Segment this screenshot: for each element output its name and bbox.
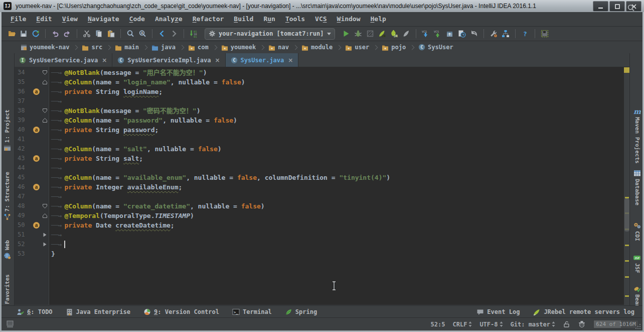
tool-window-button-6-todo[interactable]: 6: TODO (17, 308, 53, 315)
editor-tab-SysUserService.java[interactable]: ISysUserService.java× (14, 53, 112, 67)
editor-tab-SysUserServiceImpl.java[interactable]: CSysUserServiceImpl.java× (112, 53, 225, 67)
close-icon[interactable]: × (215, 57, 220, 64)
tool-window-button-database[interactable]: Database (630, 170, 644, 205)
breadcrumb-item-module[interactable]: module (300, 44, 334, 51)
code-line-45[interactable]: 45──→@Column(name = "available_enum", nu… (14, 173, 624, 182)
tool-window-button-2-favorites[interactable]: 2: Favorites (0, 274, 14, 305)
jrebel-debug-icon[interactable]: JR (388, 28, 400, 40)
breadcrumb-item-com[interactable]: com (187, 44, 210, 51)
breadcrumb-item-src[interactable]: src (81, 44, 103, 51)
readonly-lock-icon[interactable] (563, 320, 570, 328)
code-line-50[interactable]: 50a──→private Date createDatetime; (14, 220, 624, 230)
find-icon[interactable] (124, 28, 136, 40)
forward-icon[interactable] (168, 28, 180, 40)
rollback-icon[interactable] (468, 28, 480, 40)
jrebel-config-icon[interactable] (539, 28, 551, 40)
project-structure-icon[interactable] (500, 28, 512, 40)
fold-marker-slot[interactable] (41, 79, 49, 85)
menu-file[interactable]: File (6, 12, 31, 26)
back-icon[interactable] (156, 28, 168, 40)
warning-stripe-mark[interactable] (625, 295, 629, 297)
copy-icon[interactable] (93, 28, 105, 40)
code-line-40[interactable]: 40a──→private String password; (14, 125, 624, 135)
cut-icon[interactable] (81, 28, 93, 40)
settings-icon[interactable] (488, 28, 500, 40)
tool-window-button-maven-projects[interactable]: mMaven Projects (630, 107, 644, 164)
breadcrumb-item-user[interactable]: user (344, 44, 370, 51)
code-line-53[interactable]: 53} (14, 249, 624, 259)
run-icon[interactable] (340, 28, 352, 40)
history-icon[interactable] (456, 28, 468, 40)
tool-window-button-7-structure[interactable]: 7: Structure (0, 172, 14, 220)
code-line-52[interactable]: 52──→ (14, 240, 624, 249)
fold-marker-slot[interactable] (41, 242, 49, 247)
breadcrumb-item-java[interactable]: java (150, 44, 177, 51)
save-all-icon[interactable] (18, 28, 30, 40)
breadcrumb-item-nav[interactable]: nav (267, 44, 290, 51)
attribute-gutter-icon[interactable]: a (33, 155, 40, 162)
menu-view[interactable]: View (57, 12, 83, 26)
encoding-selector[interactable]: UTF-8 (479, 321, 503, 328)
fold-marker-slot[interactable] (41, 118, 49, 123)
code-line-39[interactable]: 39──→@Column(name = "password", nullable… (14, 116, 624, 125)
code-line-47[interactable]: 47──→ (14, 192, 624, 201)
breadcrumb-item-sysuser[interactable]: CSysUser (417, 44, 454, 51)
fold-marker-slot[interactable] (41, 108, 49, 114)
tool-window-button-cdi[interactable]: CDI (630, 222, 644, 241)
fold-marker-slot[interactable] (41, 203, 49, 209)
code-line-44[interactable]: 44──→ (14, 163, 624, 173)
debug-icon[interactable] (352, 28, 364, 40)
close-icon[interactable]: × (288, 57, 293, 64)
vcs-branch-selector[interactable]: Git: master (511, 321, 555, 328)
tool-window-button-9-version-control[interactable]: 9: Version Control (143, 308, 219, 315)
tool-window-button-event-log[interactable]: Event Log (476, 308, 520, 316)
code-line-35[interactable]: 35──→@Column(name = "login_name", nullab… (14, 77, 624, 87)
menu-navigate[interactable]: Navigate (83, 12, 124, 26)
menu-help[interactable]: Help (366, 12, 391, 26)
tool-window-button-terminal[interactable]: >_Terminal (232, 308, 272, 315)
coverage-icon[interactable] (364, 28, 376, 40)
code-editor[interactable]: 34──→@NotBlank(message = "用户名不能为空！")35──… (14, 67, 624, 305)
replace-icon[interactable]: A (136, 28, 148, 40)
help-icon[interactable]: ? (519, 28, 531, 40)
paste-icon[interactable] (105, 28, 117, 40)
warning-stripe-mark[interactable] (625, 260, 629, 262)
code-line-37[interactable]: 37──→ (14, 96, 624, 106)
code-line-48[interactable]: 48──→@Column(name = "create_datetime", n… (14, 201, 624, 211)
code-line-43[interactable]: 43a──→private String salt; (14, 154, 624, 163)
breadcrumb-item-main[interactable]: main (114, 44, 140, 51)
menu-vcs[interactable]: VCS (310, 12, 332, 26)
resize-grip[interactable] (635, 323, 641, 329)
hector-inspections-icon[interactable] (578, 320, 586, 328)
line-ending-selector[interactable]: CRLF (452, 321, 472, 328)
breadcrumb-item-youmeek[interactable]: youmeek (220, 44, 257, 51)
code-line-36[interactable]: 36a──→private String loginName; (14, 87, 624, 96)
vcs-commit-icon[interactable]: VCS (432, 28, 444, 40)
search-everywhere-icon[interactable] (625, 2, 637, 14)
menu-window[interactable]: Window (332, 12, 366, 26)
deploy-icon[interactable] (400, 28, 412, 40)
warning-stripe-mark[interactable] (625, 245, 629, 246)
shelve-icon[interactable] (444, 28, 456, 40)
close-icon[interactable]: × (102, 57, 107, 64)
menu-build[interactable]: Build (229, 12, 258, 26)
editor-tab-SysUser.java[interactable]: CSysUser.java× (226, 53, 299, 67)
attribute-gutter-icon[interactable]: a (33, 88, 40, 95)
code-line-51[interactable]: 51──→ (14, 230, 624, 240)
synchronize-icon[interactable] (30, 28, 42, 40)
inspection-status-indicator[interactable] (624, 67, 629, 73)
redo-icon[interactable] (61, 28, 73, 40)
fold-marker-slot[interactable] (41, 213, 49, 218)
code-line-46[interactable]: 46a──→private Integer availableEnum; (14, 182, 624, 192)
attribute-gutter-icon[interactable]: a (33, 127, 40, 133)
tool-window-button-spring[interactable]: Spring (285, 308, 317, 315)
tool-window-button-java-enterprise[interactable]: Java Enterprise (66, 308, 130, 315)
breadcrumb-item-youmeek-nav[interactable]: youmeek-nav (20, 44, 70, 51)
fold-marker-slot[interactable] (41, 233, 49, 237)
attribute-gutter-icon[interactable]: a (33, 184, 40, 190)
tool-window-button-1-project[interactable]: 1: Project (0, 109, 14, 152)
menu-edit[interactable]: Edit (31, 12, 57, 26)
code-line-41[interactable]: 41──→ (14, 135, 624, 144)
tool-window-button-bean-validation[interactable]: Bean Validation (630, 285, 644, 305)
attribute-gutter-icon[interactable]: a (33, 222, 40, 229)
